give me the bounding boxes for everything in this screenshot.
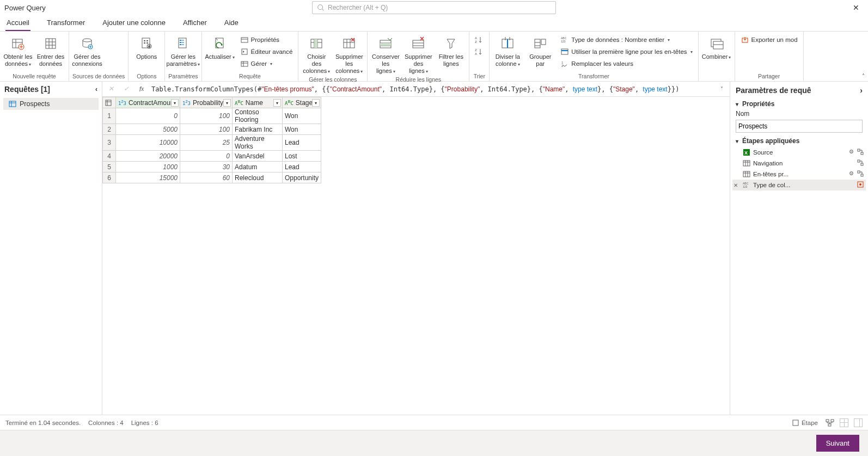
query-item[interactable]: Prospects [3, 98, 99, 110]
step-settings-button[interactable]: ⚙ [847, 170, 855, 178]
applied-step[interactable]: ✕ABC123Type de col... [732, 180, 866, 190]
ribbon-btn-6-1[interactable]: Supprimer deslignes▾ [404, 34, 433, 75]
ribbon-small-4-1[interactable]: Éditeur avancé [238, 46, 295, 58]
step-diagram-button[interactable] [857, 159, 865, 167]
ribbon-small-4-2[interactable]: Gérer▾ [238, 58, 295, 70]
svg-point-5 [83, 39, 91, 42]
ribbon-btn-5-1[interactable]: Supprimer lescolonnes▾ [334, 34, 364, 75]
table-row[interactable]: 5100030AdatumLead [103, 162, 321, 172]
ribbon-btn-4-0[interactable]: Actualiser▾ [205, 34, 235, 60]
column-header-name[interactable]: ABCName▾ [233, 97, 283, 108]
next-button[interactable]: Suivant [816, 435, 859, 452]
ribbon-small-8-2[interactable]: 12Remplacer les valeurs [558, 58, 694, 70]
title-bar: Power Query Rechercher (Alt + Q) ✕ [0, 0, 868, 15]
table-row[interactable]: 4200000VanArsdelLost [103, 151, 321, 162]
grid-view-button[interactable] [840, 418, 848, 427]
ribbon-small-8-0[interactable]: ABC123Type de données : Nombre entier▾ [558, 34, 694, 46]
diagram-view-icon[interactable] [826, 418, 834, 427]
ribbon-btn-0-0[interactable]: Obtenir lesdonnées▾ [3, 34, 33, 67]
ribbon-group-0: Obtenir lesdonnées▾Entrer desdonnéesNouv… [0, 32, 69, 81]
table-row[interactable]: 10100Contoso FlooringWon [103, 108, 321, 124]
editor-area: ✕ ✓ fx Table.TransformColumnTypes(#"En-t… [102, 82, 730, 415]
column-header-contractamount[interactable]: 123ContractAmount▾ [116, 97, 180, 108]
step-diagram-button[interactable] [857, 149, 865, 156]
svg-rect-11 [146, 42, 148, 44]
column-filter-button[interactable]: ▾ [171, 99, 179, 107]
svg-rect-43 [106, 100, 111, 106]
column-filter-button[interactable]: ▾ [273, 99, 281, 107]
ribbon: Obtenir lesdonnées▾Entrer desdonnéesNouv… [0, 32, 868, 82]
sort-desc-button[interactable]: ZA [473, 46, 486, 58]
text-type-icon: ABC [235, 99, 243, 106]
step-type-icon [742, 170, 751, 178]
sort-asc-button[interactable]: AZ [473, 34, 486, 46]
applied-step[interactable]: ✕Navigation [732, 158, 866, 169]
svg-rect-18 [241, 38, 248, 42]
svg-rect-59 [826, 420, 829, 422]
settings-collapse-button[interactable]: › [860, 86, 863, 95]
grid-corner[interactable] [103, 97, 116, 108]
applied-steps-section[interactable]: Étapes appliquées [730, 134, 868, 146]
data-grid[interactable]: 123ContractAmount▾123Probability▾ABCName… [102, 97, 730, 415]
tab-ajouter-une-colonne[interactable]: Ajouter une colonne [101, 19, 167, 31]
search-placeholder: Rechercher (Alt + Q) [328, 4, 388, 11]
queries-collapse-button[interactable]: ‹ [95, 85, 97, 93]
ribbon-btn-1-0[interactable]: Gérer desconnexions [72, 34, 102, 67]
footer: Suivant [0, 430, 868, 456]
properties-section[interactable]: Propriétés [730, 97, 868, 109]
ribbon-btn-6-2[interactable]: Filtrer leslignes [436, 34, 466, 67]
close-button[interactable]: ✕ [848, 0, 864, 15]
tab-accueil[interactable]: Accueil [5, 19, 30, 31]
column-header-stage[interactable]: ABCStage▾ [283, 97, 321, 108]
table-row[interactable]: 31000025Adventure WorksLead [103, 135, 321, 151]
ribbon-btn-9-0[interactable]: Combiner▾ [702, 34, 731, 60]
table-row[interactable]: 25000100Fabrikam IncWon [103, 124, 321, 135]
ribbon-icon [308, 35, 325, 52]
ribbon-btn-6-0[interactable]: Conserver leslignes▾ [371, 34, 400, 75]
ribbon-small-8-1[interactable]: Utiliser la première ligne pour les en-t… [558, 46, 694, 58]
step-indicator[interactable]: Étape [790, 418, 820, 428]
formula-commit-button[interactable]: ✓ [121, 84, 132, 95]
small-icon [240, 47, 249, 56]
tab-afficher[interactable]: Afficher [182, 19, 208, 31]
tab-aide[interactable]: Aide [223, 19, 240, 31]
svg-rect-42 [9, 101, 16, 107]
export-model-button[interactable]: Exporter un mod [738, 34, 800, 46]
formula-cancel-button[interactable]: ✕ [106, 84, 117, 95]
status-done: Terminé en 1.04 secondes. [5, 420, 81, 426]
applied-step[interactable]: ✕XSource⚙ [732, 147, 866, 158]
ribbon-btn-8-1[interactable]: Grouperpar [525, 34, 555, 67]
ribbon-collapse-button[interactable]: ˄ [862, 73, 865, 79]
ribbon-btn-0-1[interactable]: Entrer desdonnées [36, 34, 65, 67]
svg-rect-36 [561, 49, 568, 54]
column-filter-button[interactable]: ▾ [312, 99, 320, 107]
svg-point-0 [318, 5, 323, 10]
step-diagram-button[interactable] [857, 181, 865, 189]
ribbon-btn-8-0[interactable]: Diviser lacolonne▾ [493, 34, 522, 67]
formula-expand-button[interactable]: ˅ [717, 86, 726, 92]
small-icon [560, 47, 569, 56]
fx-icon[interactable]: fx [136, 84, 147, 95]
formula-text[interactable]: Table.TransformColumnTypes(#"En-têtes pr… [151, 85, 712, 93]
column-filter-button[interactable]: ▾ [223, 99, 231, 107]
svg-rect-60 [831, 420, 834, 422]
ribbon-group-8: Diviser lacolonne▾GrouperparABC123Type d… [490, 32, 698, 81]
ribbon-small-4-0[interactable]: Propriétés [238, 34, 295, 46]
step-settings-button[interactable]: ⚙ [847, 149, 855, 156]
ribbon-btn-5-0[interactable]: Choisir descolonnes▾ [302, 34, 331, 75]
delete-step-button[interactable]: ✕ [733, 182, 740, 188]
ribbon-btn-3-0[interactable]: Gérer lesparamètres▾ [168, 34, 198, 67]
small-icon: ABC123 [560, 35, 569, 44]
table-row[interactable]: 61500060RelecloudOpportunity [103, 172, 321, 183]
side-view-button[interactable] [854, 418, 863, 427]
column-header-probability[interactable]: 123Probability▾ [180, 97, 233, 108]
step-diagram-button[interactable] [857, 170, 865, 178]
ribbon-btn-2-0[interactable]: Options [132, 34, 161, 60]
query-name-input[interactable] [736, 120, 863, 133]
ribbon-icon [708, 35, 725, 52]
svg-rect-8 [144, 40, 145, 41]
search-input[interactable]: Rechercher (Alt + Q) [312, 1, 556, 14]
svg-rect-50 [861, 163, 863, 165]
applied-step[interactable]: ✕En-têtes pr...⚙ [732, 169, 866, 180]
tab-transformer[interactable]: Transformer [46, 19, 86, 31]
